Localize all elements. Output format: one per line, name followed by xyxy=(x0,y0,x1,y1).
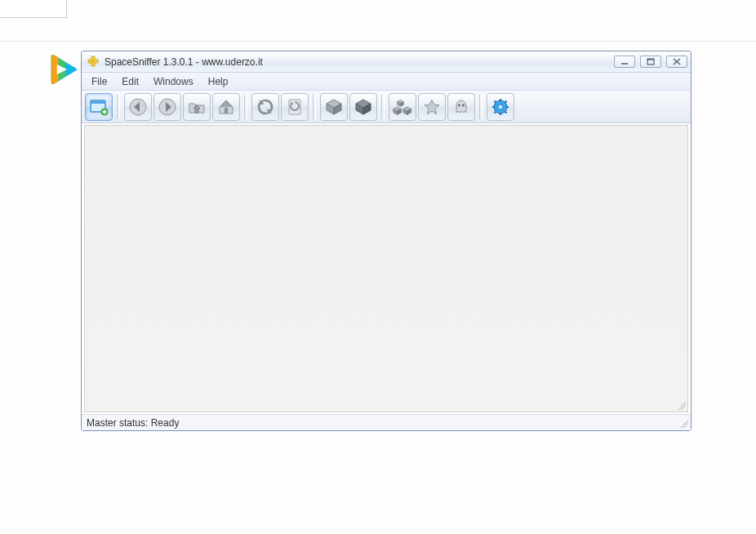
toolbar xyxy=(82,91,691,123)
menu-file[interactable]: File xyxy=(85,74,113,89)
svg-point-16 xyxy=(462,104,465,106)
star-icon xyxy=(422,97,442,117)
gear-icon xyxy=(491,97,510,117)
app-icon xyxy=(87,56,100,69)
app-window: SpaceSniffer 1.3.0.1 - www.uderzo.it Fil… xyxy=(81,51,692,431)
maximize-button[interactable] xyxy=(640,56,661,68)
new-view-icon xyxy=(89,97,109,117)
status-text: Master status: Ready xyxy=(87,417,179,429)
toolbar-separator xyxy=(479,95,483,119)
refresh-icon xyxy=(256,97,275,117)
toolbar-separator xyxy=(244,95,247,119)
cube-dark-icon xyxy=(354,97,373,117)
ghost-icon xyxy=(451,97,471,117)
zoom-less-button[interactable] xyxy=(320,93,348,121)
close-button[interactable] xyxy=(666,56,687,68)
folder-up-icon xyxy=(187,97,207,117)
svg-point-18 xyxy=(498,104,503,109)
refresh-page-icon xyxy=(285,97,305,117)
cubes-icon xyxy=(393,97,412,117)
home-icon xyxy=(216,97,236,117)
ghost-filter-button[interactable] xyxy=(447,93,475,121)
new-view-button[interactable] xyxy=(85,93,113,121)
background-fragment xyxy=(0,0,67,18)
zoom-more-button[interactable] xyxy=(349,93,377,121)
favorites-button[interactable] xyxy=(418,93,446,121)
status-bar: Master status: Ready xyxy=(82,414,691,430)
menu-help[interactable]: Help xyxy=(202,74,235,89)
background-divider xyxy=(0,41,756,42)
cube-light-icon xyxy=(324,97,344,117)
forward-button[interactable] xyxy=(153,93,181,121)
menu-edit[interactable]: Edit xyxy=(115,74,145,89)
svg-point-0 xyxy=(92,60,94,61)
svg-rect-7 xyxy=(91,100,105,104)
svg-rect-13 xyxy=(225,108,228,113)
window-title: SpaceSniffer 1.3.0.1 - www.uderzo.it xyxy=(105,56,263,68)
file-classes-button[interactable] xyxy=(389,93,416,121)
back-button[interactable] xyxy=(124,93,152,121)
refresh-button[interactable] xyxy=(251,93,279,121)
minimize-button[interactable] xyxy=(614,56,635,68)
title-bar[interactable]: SpaceSniffer 1.3.0.1 - www.uderzo.it xyxy=(82,51,691,73)
settings-button[interactable] xyxy=(487,93,514,121)
svg-point-15 xyxy=(458,104,460,106)
refresh-view-button[interactable] xyxy=(281,93,309,121)
content-area[interactable] xyxy=(84,125,688,412)
toolbar-separator xyxy=(313,95,316,119)
menu-windows[interactable]: Windows xyxy=(147,74,200,89)
go-home-button[interactable] xyxy=(212,93,240,121)
tencent-video-play-icon xyxy=(44,52,78,87)
forward-arrow-icon xyxy=(158,97,177,117)
menu-bar: File Edit Windows Help xyxy=(82,73,691,91)
toolbar-separator xyxy=(117,95,120,119)
go-up-button[interactable] xyxy=(183,93,211,121)
back-arrow-icon xyxy=(128,97,148,117)
toolbar-separator xyxy=(381,95,385,119)
